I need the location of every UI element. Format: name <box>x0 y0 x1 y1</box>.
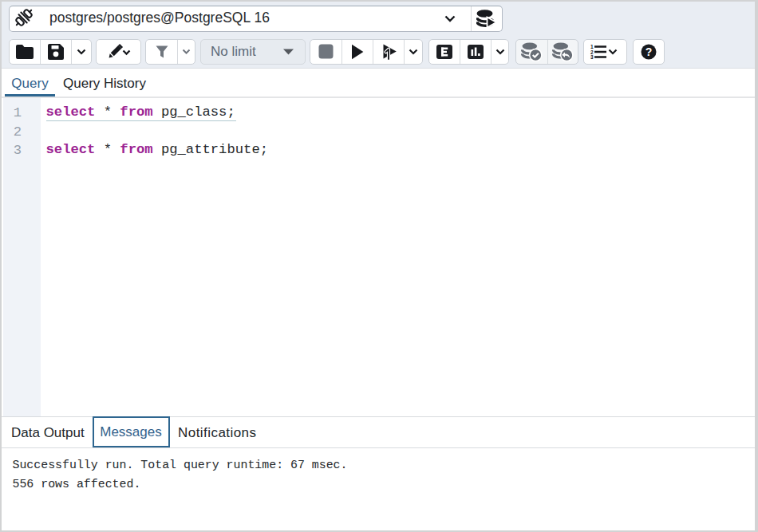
svg-text:3: 3 <box>590 54 594 60</box>
svg-text:?: ? <box>645 45 653 58</box>
